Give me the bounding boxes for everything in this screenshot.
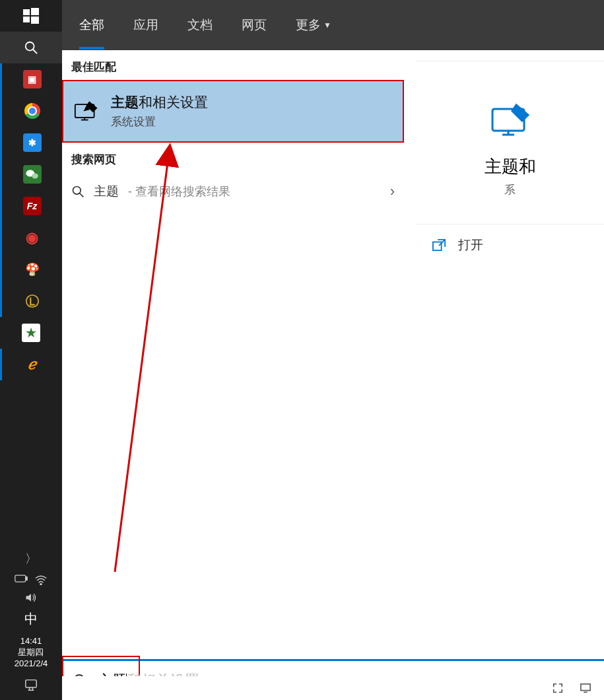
filezilla-icon: Fz [23,197,42,215]
taskbar-app-tencent[interactable]: ✱ [0,127,62,158]
search-tabs: 全部 应用 文档 网页 更多 ▼ [62,0,604,50]
clock[interactable]: 14:41 星期四 2021/2/4 [15,632,48,674]
e-icon: ℯ [23,355,42,374]
svg-rect-2 [23,17,30,22]
wifi-icon[interactable] [34,575,48,585]
preview-title: 主题和 [416,155,604,178]
chevron-right-icon: 〉 [25,551,37,567]
clock-date: 2021/2/4 [15,658,48,670]
taskbar-app-mushroom[interactable]: 🍄 [0,254,62,285]
best-match-subtitle: 系统设置 [111,114,208,129]
expand-icon[interactable] [551,682,564,695]
best-match-title: 主题和相关设置 [111,93,208,112]
spiral-icon: ◉ [23,228,42,247]
best-match-result[interactable]: 主题和相关设置 系统设置 [62,80,404,143]
web-result-hint: - 查看网络搜索结果 [128,184,230,199]
taskbar-app-spiral[interactable]: ◉ [0,222,62,254]
section-search-web: 搜索网页 [62,143,404,172]
tab-all[interactable]: 全部 [74,1,110,50]
svg-point-11 [40,584,42,585]
svg-rect-9 [15,575,26,582]
tab-more[interactable]: 更多 ▼ [290,1,337,50]
search-icon [71,185,84,198]
mushroom-icon: 🍄 [23,260,42,279]
svg-rect-3 [31,17,39,24]
search-button[interactable] [0,32,62,63]
svg-line-17 [80,193,84,197]
taskbar-app-screen-recorder[interactable]: ▣ [0,63,62,95]
clock-weekday: 星期四 [15,647,48,658]
battery-icon[interactable] [15,575,28,585]
taskbar-app-lol[interactable] [0,285,62,317]
preview-subtitle: 系 [416,182,604,197]
action-center-icon[interactable] [24,674,38,696]
tab-web[interactable]: 网页 [236,1,272,50]
taskbar: ▣ ✱ Fz ◉ 🍄 [0,0,62,700]
lol-icon [23,292,42,310]
section-best-match: 最佳匹配 [62,50,404,80]
svg-rect-0 [23,9,30,15]
themes-settings-large-icon [488,101,533,141]
asterisk-icon: ✱ [23,133,42,152]
chevron-right-icon: › [390,183,395,200]
svg-point-16 [73,187,81,195]
web-search-result[interactable]: 主题 - 查看网络搜索结果 › [62,172,404,211]
search-panel: 全部 应用 文档 网页 更多 ▼ 最佳匹配 [62,0,604,700]
taskbar-app-ebrowser[interactable]: ℯ [0,349,62,380]
volume-icon[interactable] [24,589,38,606]
chevron-down-icon: ▼ [323,20,331,30]
svg-point-4 [26,42,34,51]
star-icon: ★ [22,324,40,342]
open-icon [432,238,446,252]
tab-more-label: 更多 [296,17,321,34]
screen-recorder-icon: ▣ [23,70,42,88]
tab-documents[interactable]: 文档 [182,1,218,50]
ime-indicator[interactable]: 中 [24,606,38,632]
preview-open-label: 打开 [458,236,483,254]
chrome-icon [24,103,40,119]
taskbar-app-filezilla[interactable]: Fz [0,190,62,222]
svg-line-5 [33,50,37,53]
show-hidden-icons[interactable]: 〉 [0,547,62,571]
web-result-query: 主题 [94,183,119,200]
preview-open-action[interactable]: 打开 [416,225,604,265]
preview-column: 主题和 系 打开 [404,50,604,659]
windows-logo-icon [23,8,39,24]
svg-rect-25 [581,684,590,691]
taskbar-app-star[interactable]: ★ [0,317,62,349]
svg-rect-21 [433,242,442,250]
editor-status-icons [62,676,604,700]
start-button[interactable] [0,0,62,32]
taskbar-app-chrome[interactable] [0,95,62,127]
clock-time: 14:41 [15,636,48,647]
taskbar-app-wechat[interactable] [0,158,62,190]
themes-settings-icon [73,98,99,125]
svg-rect-12 [26,680,36,687]
tab-apps[interactable]: 应用 [128,1,164,50]
svg-point-7 [32,173,38,178]
svg-rect-1 [31,8,39,15]
monitor-icon[interactable] [579,682,592,695]
results-column: 最佳匹配 主题和相关设置 系统设置 [62,50,404,659]
search-icon [24,40,38,55]
wechat-icon [23,165,42,184]
svg-rect-10 [26,577,28,580]
